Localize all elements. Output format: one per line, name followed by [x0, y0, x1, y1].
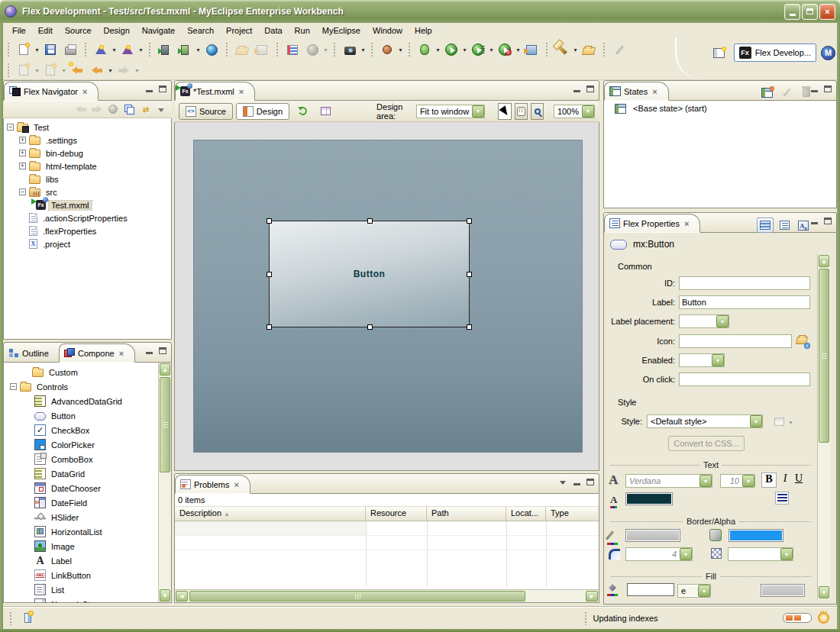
selection-handle[interactable]: [267, 272, 272, 277]
tree-item[interactable]: − Test: [4, 121, 171, 134]
minimize-view-icon[interactable]: [572, 479, 581, 487]
italic-button[interactable]: I: [779, 472, 791, 488]
export-to-server-icon[interactable]: [522, 40, 541, 59]
screen-capture-dropdown-icon[interactable]: [360, 40, 367, 59]
menu-navigate[interactable]: Navigate: [136, 24, 181, 37]
problems-table-body[interactable]: [175, 521, 599, 587]
tree-item[interactable]: Label: [4, 553, 157, 568]
close-icon[interactable]: [82, 87, 87, 96]
tree-item[interactable]: List: [4, 582, 157, 597]
toolbar-drag-handle[interactable]: [225, 42, 228, 57]
state-item[interactable]: <Base state> (start): [604, 101, 836, 116]
pan-tool-button[interactable]: [515, 103, 528, 120]
minimize-view-icon[interactable]: [144, 347, 153, 356]
save-icon[interactable]: [41, 40, 60, 59]
search-dropdown-icon[interactable]: [572, 40, 579, 59]
maximize-view-icon[interactable]: [823, 85, 832, 94]
new-flex-component-dropdown-icon[interactable]: [137, 40, 144, 59]
toolbar-drag-handle[interactable]: [408, 42, 411, 57]
link-with-editor-icon[interactable]: ⇄: [138, 102, 152, 116]
design-canvas[interactable]: Button: [174, 122, 599, 471]
scroll-up-icon[interactable]: ▲: [160, 363, 170, 376]
column-header-path[interactable]: Path: [427, 507, 506, 521]
maximize-view-icon[interactable]: [158, 85, 167, 94]
tree-item[interactable]: .flexProperties: [4, 224, 171, 237]
border-color-swatch[interactable]: [625, 529, 680, 542]
run-dropdown-icon[interactable]: [461, 40, 468, 59]
tree-item[interactable]: − Controls: [4, 379, 157, 394]
flex-perspective-button[interactable]: Fx Flex Develop...: [734, 44, 816, 62]
close-icon[interactable]: [119, 349, 124, 358]
chevron-down-icon[interactable]: [698, 585, 710, 597]
menu-design[interactable]: Design: [98, 24, 136, 37]
close-icon[interactable]: [652, 87, 657, 96]
title-bar[interactable]: Flex Development - Test/src/Test.mxml - …: [0, 0, 840, 23]
list-view-icon[interactable]: [776, 218, 793, 233]
run-configurations-dropdown-icon[interactable]: [488, 40, 495, 59]
new-module-icon[interactable]: [378, 40, 396, 59]
text-color-swatch[interactable]: [625, 492, 673, 505]
label-placement-select[interactable]: [679, 314, 729, 328]
run-on-server-icon[interactable]: [176, 40, 194, 59]
statusbar-drag-handle[interactable]: [9, 611, 12, 625]
new-flex-component-icon[interactable]: [118, 40, 137, 59]
refresh-icon[interactable]: [293, 102, 312, 121]
maximize-view-icon[interactable]: [586, 85, 595, 94]
underline-button[interactable]: U: [793, 472, 805, 488]
scroll-down-icon[interactable]: ▼: [160, 589, 170, 601]
toolbar-drag-handle[interactable]: [276, 42, 279, 57]
chevron-down-icon[interactable]: [716, 315, 729, 327]
maximize-view-icon[interactable]: [158, 347, 167, 356]
design-view-button[interactable]: Design: [236, 103, 289, 120]
minimize-view-icon[interactable]: [809, 85, 819, 94]
toolbar-drag-handle[interactable]: [545, 42, 548, 57]
new-module-dropdown-icon[interactable]: [397, 40, 404, 59]
menu-project[interactable]: Project: [220, 24, 258, 37]
chevron-down-icon[interactable]: [582, 105, 594, 118]
open-web-browser-icon[interactable]: [202, 40, 221, 59]
collapse-all-icon[interactable]: [122, 102, 136, 116]
fill-color-swatch[interactable]: [627, 583, 674, 596]
scroll-thumb[interactable]: [819, 269, 829, 443]
chevron-down-icon[interactable]: [750, 415, 762, 427]
minimize-view-icon[interactable]: [144, 85, 153, 94]
toolbar-drag-handle[interactable]: [370, 42, 373, 57]
tree-item[interactable]: + html-template: [4, 160, 171, 173]
run-configurations-icon[interactable]: [469, 40, 487, 59]
tab-outline[interactable]: Outline: [4, 343, 60, 363]
screen-capture-icon[interactable]: [341, 40, 359, 59]
profile-dropdown-icon[interactable]: [515, 40, 522, 59]
menu-myeclipse[interactable]: MyEclipse: [316, 24, 367, 37]
properties-scrollbar[interactable]: ▲ ▼: [817, 254, 830, 599]
statusbar-drag-handle[interactable]: [584, 611, 587, 625]
id-field[interactable]: [679, 276, 810, 290]
minimize-view-icon[interactable]: [809, 218, 819, 226]
problems-hscrollbar[interactable]: ◄ ►: [175, 589, 599, 602]
scroll-thumb[interactable]: [189, 591, 525, 601]
maximize-view-icon[interactable]: [586, 479, 595, 487]
tree-item[interactable]: LinkButton: [4, 568, 157, 582]
scroll-right-icon[interactable]: ►: [586, 591, 598, 601]
label-field[interactable]: [679, 295, 810, 309]
collapse-toggle[interactable]: −: [19, 189, 26, 195]
selection-handle[interactable]: [367, 324, 373, 330]
tree-item[interactable]: + .settings: [4, 134, 171, 147]
menu-file[interactable]: File: [6, 24, 32, 37]
close-icon[interactable]: [684, 219, 689, 228]
minimize-button[interactable]: [784, 4, 800, 20]
tree-item[interactable]: + bin-debug: [4, 147, 171, 160]
corner-radius-select[interactable]: 4: [625, 547, 693, 561]
source-view-button[interactable]: <> Source: [179, 103, 233, 120]
tree-item[interactable]: libs: [4, 173, 171, 185]
tab-flex-navigator[interactable]: Flex Navigator: [4, 82, 99, 101]
selection-handle[interactable]: [467, 324, 472, 330]
expand-toggle[interactable]: +: [19, 163, 26, 169]
open-resource-icon[interactable]: [580, 40, 598, 59]
view-menu-icon[interactable]: [154, 102, 168, 116]
chevron-down-icon[interactable]: [472, 105, 484, 118]
components-scrollbar[interactable]: ▲ ▼: [158, 363, 171, 602]
tree-item-selected[interactable]: Fx Test.mxml: [4, 198, 171, 211]
tree-item[interactable]: DateChooser: [4, 481, 157, 495]
minimize-view-icon[interactable]: [572, 85, 581, 94]
print-icon[interactable]: [61, 40, 79, 59]
